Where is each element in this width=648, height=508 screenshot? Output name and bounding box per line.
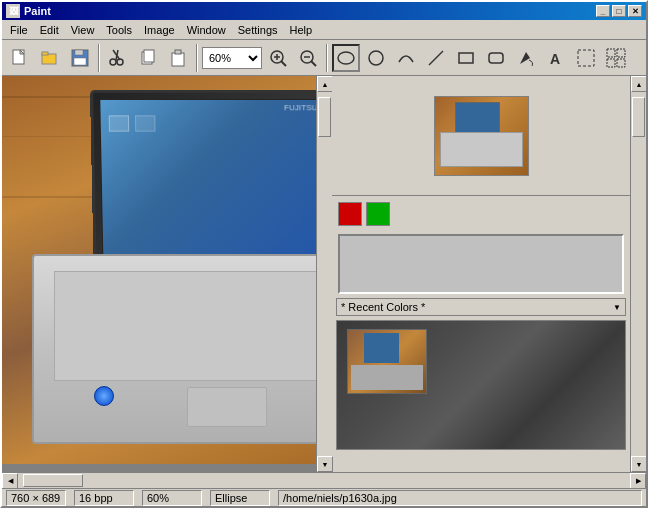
rect-icon: [456, 48, 476, 68]
curve-tool-button[interactable]: [392, 44, 420, 72]
paste-button[interactable]: [164, 44, 192, 72]
vscroll-thumb[interactable]: [318, 97, 331, 137]
touchpad: [187, 387, 267, 427]
background-color-box[interactable]: [366, 202, 390, 226]
canvas-area[interactable]: FUJITSU: [2, 76, 316, 472]
text-icon: A: [546, 48, 566, 68]
hscroll-right-button[interactable]: ▶: [630, 473, 646, 488]
svg-rect-5: [75, 50, 83, 55]
cut-button[interactable]: [104, 44, 132, 72]
open-button[interactable]: [36, 44, 64, 72]
app-icon: 🖼: [6, 4, 20, 18]
zoom-out-button[interactable]: [294, 44, 322, 72]
select-rect-button[interactable]: [572, 44, 600, 72]
svg-point-23: [369, 51, 383, 65]
right-vscroll-thumb[interactable]: [632, 97, 645, 137]
select-all-icon: [606, 48, 626, 68]
circle-tool-button[interactable]: [362, 44, 390, 72]
menu-window[interactable]: Window: [181, 22, 232, 38]
vscroll-up-button[interactable]: ▲: [317, 76, 333, 92]
status-dimensions: 760 × 689: [6, 490, 66, 506]
svg-point-22: [338, 52, 354, 64]
right-vscroll-up-button[interactable]: ▲: [631, 76, 646, 92]
svg-rect-32: [617, 59, 625, 67]
rect-tool-button[interactable]: [452, 44, 480, 72]
hscroll-thumb[interactable]: [23, 474, 83, 487]
ellipse-icon: [336, 48, 356, 68]
new-button[interactable]: [6, 44, 34, 72]
recent-colors-dropdown-arrow: ▼: [613, 303, 621, 312]
status-bar: 760 × 689 16 bpp 60% Ellipse /home/niels…: [2, 488, 646, 506]
screen-display: FUJITSU: [99, 99, 316, 275]
menu-image[interactable]: Image: [138, 22, 181, 38]
color-preview: [338, 234, 624, 294]
separator-2: [196, 44, 198, 72]
menu-edit[interactable]: Edit: [34, 22, 65, 38]
title-bar: 🖼 Paint _ □ ✕: [2, 2, 646, 20]
close-button[interactable]: ✕: [628, 5, 642, 17]
zoom-select[interactable]: 60% 25% 50% 75% 100%: [202, 47, 262, 69]
circle-icon: [366, 48, 386, 68]
status-zoom: 60%: [142, 490, 202, 506]
menu-help[interactable]: Help: [284, 22, 319, 38]
new-icon: [10, 48, 30, 68]
select-all-button[interactable]: [602, 44, 630, 72]
foreground-color-box[interactable]: [338, 202, 362, 226]
svg-rect-14: [175, 50, 181, 54]
recent-colors-preview: [336, 320, 626, 450]
svg-rect-31: [607, 59, 615, 67]
svg-point-9: [110, 59, 116, 65]
minimize-button[interactable]: _: [596, 5, 610, 17]
paste-icon: [168, 48, 188, 68]
curve-icon: [396, 48, 416, 68]
fill-tool-button[interactable]: [512, 44, 540, 72]
fill-icon: [516, 48, 536, 68]
zoom-in-icon: [268, 48, 288, 68]
thumbnail-area: [332, 76, 630, 196]
vscroll-track[interactable]: [317, 92, 332, 456]
svg-rect-28: [578, 50, 594, 66]
menu-settings[interactable]: Settings: [232, 22, 284, 38]
status-filepath: /home/niels/p1630a.jpg: [278, 490, 642, 506]
svg-rect-12: [144, 50, 154, 62]
hscroll-track[interactable]: [18, 473, 630, 488]
maximize-button[interactable]: □: [612, 5, 626, 17]
ellipse-tool-button[interactable]: [332, 44, 360, 72]
select-rect-icon: [576, 48, 596, 68]
recent-colors-header[interactable]: * Recent Colors * ▼: [336, 298, 626, 316]
svg-rect-29: [607, 49, 615, 57]
thumbnail-image: [434, 96, 529, 176]
open-icon: [40, 48, 60, 68]
menu-tools[interactable]: Tools: [100, 22, 138, 38]
save-button[interactable]: [66, 44, 94, 72]
right-panel: * Recent Colors * ▼: [332, 76, 630, 472]
right-vscroll-down-button[interactable]: ▼: [631, 456, 646, 472]
zoom-out-icon: [298, 48, 318, 68]
menu-view[interactable]: View: [65, 22, 101, 38]
line-tool-button[interactable]: [422, 44, 450, 72]
toolbar: 60% 25% 50% 75% 100%: [2, 40, 646, 76]
keyboard-area: [54, 271, 316, 381]
svg-rect-26: [489, 53, 503, 63]
right-vscroll-track[interactable]: [631, 92, 646, 456]
window-title: Paint: [24, 5, 596, 17]
canvas-hscroll: ◀ ▶: [2, 472, 646, 488]
hscroll-left-button[interactable]: ◀: [2, 473, 18, 488]
svg-rect-25: [459, 53, 473, 63]
svg-line-8: [116, 50, 118, 60]
status-bpp: 16 bpp: [74, 490, 134, 506]
canvas-container: FUJITSU: [2, 76, 646, 488]
zoom-in-button[interactable]: [264, 44, 292, 72]
svg-line-24: [429, 51, 443, 65]
separator-1: [98, 44, 100, 72]
text-tool-button[interactable]: A: [542, 44, 570, 72]
svg-rect-6: [74, 58, 86, 65]
separator-3: [326, 44, 328, 72]
round-rect-tool-button[interactable]: [482, 44, 510, 72]
right-panel-vscroll: ▲ ▼: [630, 76, 646, 472]
copy-button[interactable]: [134, 44, 162, 72]
right-panel-container: * Recent Colors * ▼ ▲: [332, 76, 646, 472]
menu-file[interactable]: File: [4, 22, 34, 38]
vscroll-down-button[interactable]: ▼: [317, 456, 333, 472]
brand-sticker: [94, 386, 114, 406]
